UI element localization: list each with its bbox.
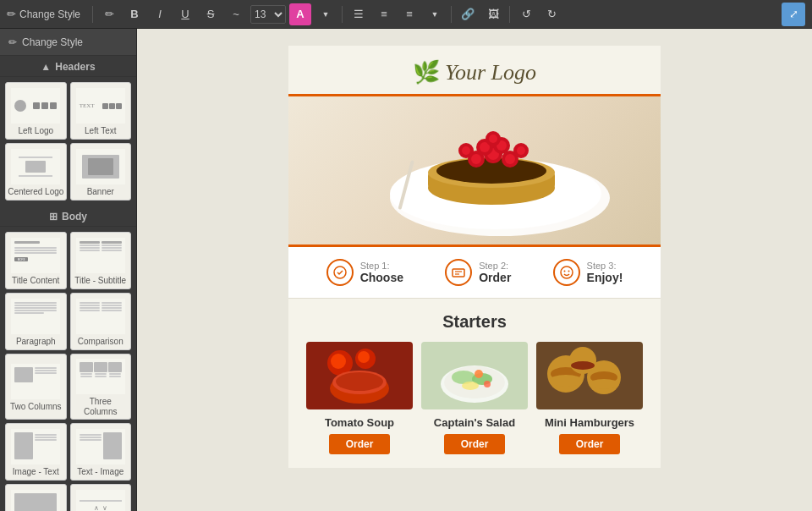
expand-btn[interactable]: ⤢ (782, 3, 805, 26)
step-1-text: Step 1: Choose (360, 261, 403, 284)
step-1-label: Choose (360, 271, 403, 284)
svg-point-32 (331, 354, 346, 369)
burger-image (536, 342, 643, 409)
sidebar-item-image[interactable]: Image (5, 484, 67, 511)
sidebar-item-left-logo[interactable]: Left Logo (5, 82, 67, 140)
sidebar-item-paragraph[interactable]: Paragraph (5, 293, 67, 350)
sidebar-item-two-columns[interactable]: Two Columns (5, 354, 67, 420)
choose-icon (332, 265, 348, 280)
starter-1-order-btn[interactable]: Order (329, 434, 391, 454)
centered-logo-label: Centered Logo (8, 187, 63, 197)
sidebar-item-title-content[interactable]: MORE Title Content (5, 232, 67, 289)
email-steps: Step 1: Choose Step 2: Order (288, 247, 661, 299)
redo-btn[interactable]: ↻ (540, 3, 562, 25)
headers-section: ▲ Headers (0, 56, 136, 77)
salad-image (421, 342, 528, 409)
starter-item-salad: Captain's Salad Order (421, 342, 528, 454)
bold-btn[interactable]: B (123, 3, 145, 25)
chevron-icon: ▲ (41, 61, 51, 73)
step-1: Step 1: Choose (326, 259, 403, 286)
banner-label: Banner (87, 187, 114, 197)
step-2-number: Step 2: (479, 261, 511, 271)
logo-circle (14, 100, 26, 112)
toolbar-pencil-btn[interactable]: ✏ (98, 3, 120, 25)
svg-point-7 (471, 154, 481, 164)
leaf-icon: 🌿 (413, 59, 440, 85)
sidebar-item-three-columns[interactable]: Three Columns (70, 354, 132, 420)
divider3 (451, 6, 452, 23)
left-text-thumb: TEXT (75, 87, 126, 124)
color-btn[interactable]: ~ (225, 3, 247, 25)
sidebar-item-banner[interactable]: Banner (70, 143, 132, 201)
undo-btn[interactable]: ↺ (515, 3, 537, 25)
step-1-icon (326, 259, 354, 286)
image-thumb (10, 489, 61, 511)
left-logo-label: Left Logo (18, 126, 53, 136)
starter-1-name: Tomato Soup (325, 416, 394, 429)
step-1-number: Step 1: (360, 261, 403, 271)
italic-btn[interactable]: I (149, 3, 171, 25)
sidebar-item-image-text[interactable]: Image - Text (5, 423, 67, 481)
body-grid: MORE Title Content (0, 227, 136, 511)
title-subtitle-label: Title - Subtitle (74, 276, 126, 286)
sidebar-item-title-subtitle[interactable]: Title - Subtitle (70, 232, 132, 289)
left-text-label: Left Text (85, 126, 117, 136)
align-arrow[interactable]: ▼ (424, 3, 446, 25)
align-btn[interactable]: ≡ (398, 3, 420, 25)
starter-item-soup: Tomato Soup Order (306, 342, 413, 454)
email-logo-section: 🌿 Your Logo (288, 46, 661, 94)
separator-thumb: ∧ ∨ (75, 489, 126, 511)
svg-point-37 (336, 372, 383, 391)
bullet-list-btn[interactable]: ☰ (348, 3, 370, 25)
email-banner (288, 94, 661, 247)
email-template: 🌿 Your Logo (288, 46, 661, 468)
two-columns-label: Two Columns (10, 402, 62, 412)
starter-3-name: Mini Hamburgers (545, 416, 634, 429)
image-btn[interactable]: 🖼 (482, 3, 504, 25)
pencil-icon-sidebar: ✏ (8, 36, 17, 48)
svg-point-27 (561, 266, 573, 278)
svg-point-50 (549, 375, 583, 387)
sidebar-item-left-text[interactable]: TEXT Left Text (70, 82, 132, 140)
divider2 (342, 6, 343, 23)
svg-rect-24 (453, 269, 464, 277)
svg-point-44 (475, 370, 483, 378)
burger-illustration (536, 342, 643, 409)
svg-point-11 (505, 154, 515, 164)
text-image-thumb (75, 428, 126, 465)
sidebar-item-centered-logo[interactable]: Centered Logo (5, 143, 67, 201)
title-content-thumb: MORE (10, 237, 61, 274)
svg-point-54 (589, 379, 619, 389)
divider4 (509, 6, 510, 23)
social-icons (33, 102, 57, 109)
starters-grid: Tomato Soup Order (299, 342, 650, 454)
starter-3-order-btn[interactable]: Order (559, 434, 621, 454)
svg-point-43 (462, 382, 479, 390)
font-color-btn[interactable]: A (289, 3, 311, 25)
sidebar-item-comparison[interactable]: Comparison (70, 293, 132, 350)
svg-point-28 (563, 271, 565, 272)
strikethrough-btn[interactable]: S (200, 3, 222, 25)
svg-point-29 (568, 271, 569, 272)
main-area: ✏ Change Style ▲ Headers (0, 29, 812, 511)
numbered-list-btn[interactable]: ≡ (373, 3, 395, 25)
font-color-arrow[interactable]: ▼ (315, 3, 337, 25)
comparison-label: Comparison (78, 337, 123, 347)
divider (92, 6, 93, 23)
sidebar-item-separator[interactable]: ∧ ∨ Separator (70, 484, 132, 511)
toolbar: ✏ Change Style ✏ B I U S ~ 131112141618 … (0, 0, 812, 29)
underline-btn[interactable]: U (174, 3, 196, 25)
starter-2-order-btn[interactable]: Order (444, 434, 506, 454)
logo-name: Your Logo (445, 60, 536, 85)
svg-point-45 (484, 381, 491, 387)
font-size-select[interactable]: 131112141618 (250, 5, 286, 24)
link-btn[interactable]: 🔗 (457, 3, 479, 25)
sidebar-item-text-image[interactable]: Text - Image (70, 423, 132, 481)
banner-thumb (75, 148, 126, 185)
image-text-label: Image - Text (13, 467, 59, 477)
enjoy-icon (559, 265, 574, 280)
starter-2-name: Captain's Salad (434, 416, 515, 429)
center-line2 (19, 175, 52, 177)
svg-point-21 (489, 135, 497, 143)
change-style-text: Change Style (22, 36, 83, 48)
